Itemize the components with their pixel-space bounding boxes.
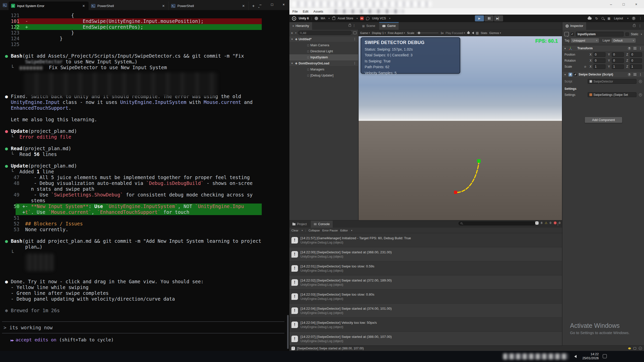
close-tab-icon[interactable]: ✕ xyxy=(241,4,246,8)
terminal-tab[interactable]: ✳ >_ Input System Error ✕ xyxy=(9,2,89,10)
chevron-down-icon[interactable]: ▾ xyxy=(641,33,642,35)
lock-icon[interactable] xyxy=(349,25,351,27)
add-object-button[interactable]: + xyxy=(291,31,293,35)
layout-menu[interactable]: Layout xyxy=(614,17,623,20)
notification-center-icon[interactable] xyxy=(603,354,607,358)
expand-arrow-icon[interactable]: ▾ xyxy=(564,47,567,50)
display-dropdown[interactable]: Display 1▾ xyxy=(372,31,386,34)
script-component-header[interactable]: ▾ # ✓ Swipe Detector (Script) ? ⋮ xyxy=(562,71,644,78)
help-icon[interactable]: ? xyxy=(628,73,631,76)
mute-audio-icon[interactable] xyxy=(472,32,474,34)
kebab-menu-icon[interactable]: ⋮ xyxy=(353,37,356,41)
package-icon[interactable] xyxy=(633,347,636,350)
object-picker-icon[interactable] xyxy=(639,93,642,96)
component-enabled-checkbox[interactable]: ✓ xyxy=(574,73,577,76)
tab-console[interactable]: Console xyxy=(311,221,333,228)
hierarchy-item[interactable]: ▾ □ [Debug Updater] xyxy=(289,72,358,78)
help-icon[interactable]: ? xyxy=(632,17,635,20)
script-field-value[interactable]: ≡SwipeDetector xyxy=(588,79,636,84)
menu-file[interactable]: File xyxy=(292,10,298,13)
terminal-tab[interactable]: ✳ >_ PowerShell ✕ xyxy=(169,2,249,10)
console-log-row[interactable]: ! [14:22:02] [SwipeDetector] Swipe start… xyxy=(289,275,562,290)
expand-arrow-icon[interactable]: ▾ xyxy=(291,38,294,41)
kebab-menu-icon[interactable]: ⋮ xyxy=(638,24,641,28)
axis-z-field[interactable]: 0 xyxy=(630,52,642,57)
editor-dropdown[interactable]: Editor xyxy=(340,229,348,232)
presets-icon[interactable] xyxy=(633,47,636,50)
kebab-menu-icon[interactable]: ⋮ xyxy=(639,17,642,20)
aspect-dropdown[interactable]: Free Aspect▾ xyxy=(388,31,405,34)
gameobject-cube-icon[interactable] xyxy=(564,32,569,36)
step-button[interactable]: ▶▏ xyxy=(494,15,503,21)
kebab-menu-icon[interactable]: ⋮ xyxy=(639,73,642,76)
keyboard-icon[interactable]: ▤ xyxy=(476,31,479,35)
close-button[interactable]: × xyxy=(278,0,289,9)
unlink-scale-icon[interactable]: ⊘ xyxy=(584,65,587,68)
log-badge-icon[interactable]: ! xyxy=(535,221,539,225)
search-window-icon[interactable] xyxy=(353,31,357,34)
gameobject-name-field[interactable]: InputSystem xyxy=(576,32,624,36)
game-view[interactable]: SWIPE DETECTOR DEBUG Status: Swiping: 15… xyxy=(359,36,562,220)
chevron-down-icon[interactable]: ▾ xyxy=(351,229,352,232)
warning-badge-icon[interactable]: ⚠ xyxy=(545,221,547,225)
hierarchy-item[interactable]: ▾ □ Directional Light xyxy=(289,48,358,54)
close-tab-icon[interactable]: ✕ xyxy=(161,4,166,8)
terminal-scrollbar[interactable] xyxy=(287,315,289,349)
kebab-menu-icon[interactable]: ⋮ xyxy=(353,24,356,27)
stats-toggle[interactable]: Stats xyxy=(481,31,487,34)
scale-slider-knob[interactable] xyxy=(418,32,420,34)
tag-dropdown[interactable]: Untagged▾ xyxy=(571,38,599,43)
collapse-toggle[interactable]: Collapse xyxy=(309,229,320,232)
close-button[interactable]: × xyxy=(630,0,642,8)
expand-arrow-icon[interactable]: ▾ xyxy=(564,73,567,76)
static-checkbox[interactable]: ✓ xyxy=(625,32,629,36)
hierarchy-item[interactable]: ▾ □ InputSystem xyxy=(289,54,358,60)
hierarchy-search-input[interactable]: All xyxy=(298,31,352,35)
axis-y-field[interactable]: 0 xyxy=(612,58,624,63)
debugger-bug-icon[interactable] xyxy=(628,347,631,349)
axis-y-field[interactable]: 0 xyxy=(612,52,624,57)
tab-inspector[interactable]: iInspector xyxy=(562,22,586,30)
console-log-row[interactable]: ! [14:22:04] [SwipeDetector] Velocity to… xyxy=(289,318,562,332)
active-checkbox[interactable]: ✓ xyxy=(571,32,574,36)
lock-icon[interactable] xyxy=(633,25,635,27)
terminal-input-box[interactable]: > its working now xyxy=(2,321,284,333)
object-picker-icon[interactable] xyxy=(639,80,642,83)
tab-project[interactable]: Project xyxy=(289,221,310,228)
chevron-down-icon[interactable]: ▾ xyxy=(301,229,303,232)
taskbar-clock[interactable]: 14:22 25/01/2026 xyxy=(582,352,599,360)
tab-hierarchy[interactable]: ≡Hierarchy xyxy=(289,22,312,30)
search-icon[interactable] xyxy=(601,17,604,20)
hierarchy-item[interactable]: ▾ ◆ Untitled* ⋮ xyxy=(289,36,358,42)
error-pause-toggle[interactable]: Error Pause xyxy=(322,229,338,232)
console-log-row[interactable]: ! [14:21:57] [GameManager] Initialized -… xyxy=(289,233,562,247)
play-focused-dropdown[interactable]: Play Focused▾ xyxy=(446,31,465,34)
minimize-button[interactable]: – xyxy=(605,0,617,8)
transform-component-header[interactable]: ▾ Transform ? ⋮ xyxy=(562,45,644,52)
tab-scene[interactable]: ⊞Scene xyxy=(359,22,378,30)
debug-bug-icon[interactable] xyxy=(467,32,470,34)
vcs-menu[interactable]: Unity VCS xyxy=(372,17,386,20)
check-status-icon[interactable]: ✓ xyxy=(639,347,642,350)
menu-edit[interactable]: Edit xyxy=(303,10,308,13)
hierarchy-item[interactable]: ▾ □ Main Camera xyxy=(289,42,358,48)
maximize-button[interactable]: □ xyxy=(617,0,630,8)
play-button[interactable]: ▶ xyxy=(475,15,484,21)
unity-status-bar[interactable]: ! [SwipeDetector] Swipe started at (388.… xyxy=(289,345,644,351)
display-target-dropdown[interactable]: Game▾ xyxy=(360,31,370,34)
error-badge-icon[interactable]: ! xyxy=(554,221,557,224)
kebab-menu-icon[interactable]: ⋮ xyxy=(353,62,356,65)
pause-button[interactable] xyxy=(484,15,494,21)
presets-icon[interactable] xyxy=(633,73,636,76)
console-log-row[interactable]: ! [14:22:03] [SwipeDetector] Swipe too s… xyxy=(289,290,562,304)
account-menu[interactable]: MA xyxy=(321,17,325,20)
console-log-row[interactable]: ! [14:22:01] [SwipeDetector] Swipe too s… xyxy=(289,261,562,275)
asset-store-menu[interactable]: Asset Store xyxy=(338,17,353,20)
axis-x-field[interactable]: 0 xyxy=(593,58,605,63)
console-search-input[interactable] xyxy=(459,221,536,225)
axis-x-field[interactable]: 1 xyxy=(593,64,605,69)
axis-z-field[interactable]: 0 xyxy=(630,58,642,63)
close-tab-icon[interactable]: ✕ xyxy=(81,4,86,8)
gizmos-dropdown[interactable]: Gizmos▾ xyxy=(489,31,501,34)
tab-game[interactable]: Game xyxy=(379,22,399,30)
